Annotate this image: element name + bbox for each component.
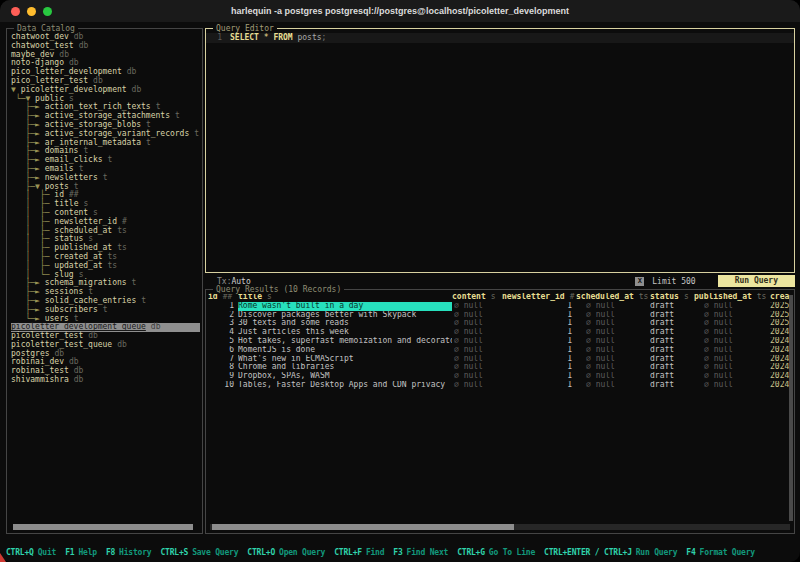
- tree-branch-icon: ├─►: [11, 173, 45, 182]
- catalog-item-name: chatwoot_test: [11, 41, 74, 50]
- tree-branch-icon: ├─►: [11, 287, 45, 296]
- keybinding-find-next[interactable]: F3Find Next: [393, 548, 448, 558]
- result-row[interactable]: 9Dropbox, SPAs, WASM∅ null1∅ nulldraft∅ …: [208, 372, 794, 381]
- run-query-button[interactable]: Run Query: [718, 275, 795, 287]
- column-header[interactable]: id##: [208, 293, 238, 302]
- catalog-item-name: users: [45, 314, 69, 323]
- results-vscrollbar[interactable]: [789, 295, 793, 521]
- catalog-item-name: robinai_test: [11, 366, 69, 375]
- catalog-item-type: t: [132, 278, 137, 287]
- catalog-item-name: solid_cache_entries: [45, 296, 137, 305]
- column-header[interactable]: crea: [770, 293, 790, 302]
- tree-branch-icon: ├─►: [11, 305, 45, 314]
- query-editor-panel: Query Editor 1 SELECT * FROM posts;: [205, 28, 795, 273]
- keybinding-find[interactable]: CTRL+FFind: [334, 548, 384, 558]
- limit-label[interactable]: Limit 500: [652, 277, 695, 286]
- result-row[interactable]: 330 texts and some reads∅ null1∅ nulldra…: [208, 319, 794, 328]
- result-cell: ∅ null: [576, 346, 650, 355]
- results-hscrollbar-thumb[interactable]: [212, 524, 514, 530]
- catalog-item-type: t: [175, 111, 180, 120]
- editor-code: SELECT * FROM posts;: [230, 33, 326, 43]
- keybinding-history[interactable]: F8History: [106, 548, 152, 558]
- column-header[interactable]: scheduled_atts: [576, 293, 650, 302]
- tree-branch-icon: │ ├─: [11, 208, 54, 217]
- catalog-item-name: newsletter_id: [54, 217, 117, 226]
- zoom-window-button[interactable]: [43, 7, 52, 16]
- column-header[interactable]: contents: [452, 293, 502, 302]
- window-title: harlequin -a postgres postgresql://postg…: [0, 0, 800, 22]
- result-row[interactable]: 1Rome wasn't built in a day∅ null1∅ null…: [208, 302, 794, 311]
- catalog-item-type: db: [117, 340, 127, 349]
- result-cell: ∅ null: [576, 355, 650, 364]
- result-cell: ∅ null: [694, 319, 770, 328]
- result-row[interactable]: 5Hot takes, superfast memoization and de…: [208, 337, 794, 346]
- catalog-item-name: status: [54, 234, 83, 243]
- catalog-item-name: picoletter_test_queue: [11, 340, 112, 349]
- catalog-item-name: shivammishra: [11, 375, 69, 384]
- result-cell: MomentJS is done: [238, 346, 452, 355]
- result-row[interactable]: 2Discover packages better with Skypack∅ …: [208, 311, 794, 320]
- result-cell: 30 texts and some reads: [238, 319, 452, 328]
- catalog-item-type: ts: [108, 252, 118, 261]
- column-header[interactable]: published_atts: [694, 293, 770, 302]
- result-cell: draft: [650, 346, 694, 355]
- result-cell: 1: [208, 302, 238, 311]
- catalog-item-name: pico_letter_test: [11, 76, 88, 85]
- result-row[interactable]: 10Tables, Faster Desktop Apps and CDN pr…: [208, 381, 794, 390]
- column-header[interactable]: statuss: [650, 293, 694, 302]
- catalog-item-type: db: [132, 85, 142, 94]
- catalog-item-name: created_at: [54, 252, 102, 261]
- results-hscrollbar[interactable]: [210, 524, 790, 530]
- tree-branch-icon: ├─►: [11, 120, 45, 129]
- column-header[interactable]: titles: [238, 293, 452, 302]
- result-row[interactable]: 4Just articles this week∅ null1∅ nulldra…: [208, 328, 794, 337]
- keybinding-format-query[interactable]: F4Format Query: [686, 548, 755, 558]
- catalog-item-type: ts: [117, 243, 127, 252]
- catalog-item-name: email_clicks: [45, 155, 103, 164]
- result-cell: Hot takes, superfast memoization and dec…: [238, 337, 452, 346]
- catalog-item[interactable]: shivammishradb: [11, 376, 200, 385]
- tree-branch-icon: ├─►: [11, 111, 45, 120]
- catalog-item-type: t: [141, 296, 146, 305]
- result-row[interactable]: 7What's new in ECMAScript∅ null1∅ nulldr…: [208, 355, 794, 364]
- tree-branch-icon: │ ├─: [11, 217, 54, 226]
- minimize-window-button[interactable]: [27, 7, 36, 16]
- keybinding-save-query[interactable]: CTRL+SSave Query: [160, 548, 238, 558]
- keybinding-open-query[interactable]: CTRL+OOpen Query: [247, 548, 325, 558]
- result-cell: draft: [650, 337, 694, 346]
- keybinding-run-query[interactable]: CTRL+ENTER / CTRL+JRun Query: [544, 548, 677, 558]
- catalog-tree: chatwoot_devdbchatwoot_testdbmaybe_devdb…: [7, 29, 202, 385]
- catalog-item-name: id: [54, 190, 64, 199]
- traffic-lights: [11, 7, 52, 16]
- result-cell: ∅ null: [452, 372, 502, 381]
- code-token: FROM: [273, 33, 292, 42]
- result-cell: ∅ null: [576, 381, 650, 390]
- query-results-panel: Query Results (10 Records) id##titlescon…: [205, 289, 795, 534]
- result-cell: 1: [502, 328, 576, 337]
- keybinding-go-to-line[interactable]: CTRL+GGo To Line: [457, 548, 535, 558]
- limit-checkbox[interactable]: X: [635, 277, 644, 286]
- catalog-item-type: db: [55, 349, 65, 358]
- catalog-hscrollbar-thumb[interactable]: [13, 524, 193, 530]
- result-row[interactable]: 8Chrome and libraries∅ null1∅ nulldraft∅…: [208, 363, 794, 372]
- catalog-item-name: schema_migrations: [45, 278, 127, 287]
- result-cell: ∅ null: [452, 355, 502, 364]
- result-row[interactable]: 6MomentJS is done∅ null1∅ nulldraft∅ nul…: [208, 346, 794, 355]
- data-catalog-title: Data Catalog: [14, 24, 78, 33]
- editor-current-line[interactable]: 1 SELECT * FROM posts;: [206, 33, 794, 43]
- tree-branch-icon: ├─►: [11, 155, 45, 164]
- close-window-button[interactable]: [11, 7, 20, 16]
- result-cell: 2024: [770, 328, 790, 337]
- column-header[interactable]: newsletter_id#: [502, 293, 576, 302]
- result-cell: draft: [650, 372, 694, 381]
- catalog-item-type: db: [59, 50, 69, 59]
- data-catalog-panel: Data Catalog chatwoot_devdbchatwoot_test…: [6, 28, 203, 534]
- catalog-item-name: active_storage_variant_records: [45, 129, 190, 138]
- result-cell: ∅ null: [452, 302, 502, 311]
- keybinding-help[interactable]: F1Help: [65, 548, 97, 558]
- result-cell: 1: [502, 302, 576, 311]
- keybinding-quit[interactable]: CTRL+QQuit: [6, 548, 56, 558]
- catalog-item-type: ts: [108, 261, 118, 270]
- catalog-hscrollbar[interactable]: [11, 524, 198, 530]
- catalog-item-name: picoletter_development: [21, 85, 127, 94]
